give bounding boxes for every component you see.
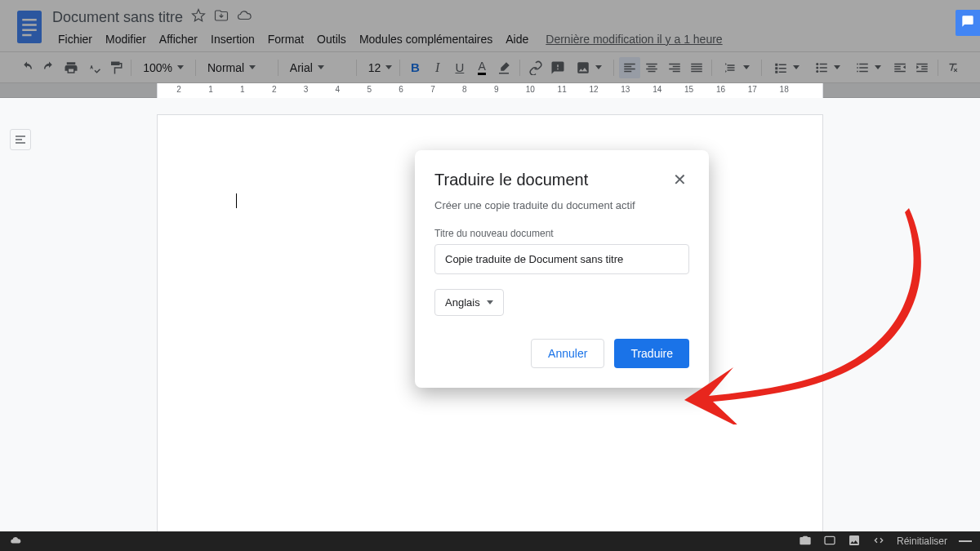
- reset-button[interactable]: Réinitialiser: [897, 535, 947, 547]
- cancel-button[interactable]: Annuler: [531, 339, 604, 368]
- tablet-icon[interactable]: [823, 534, 836, 549]
- language-value: Anglais: [445, 296, 480, 309]
- close-icon[interactable]: ✕: [670, 170, 689, 189]
- camera-icon[interactable]: [799, 534, 812, 549]
- code-icon[interactable]: [872, 534, 885, 549]
- language-select[interactable]: Anglais: [434, 289, 504, 316]
- dialog-subtitle: Créer une copie traduite du document act…: [434, 199, 689, 211]
- dialog-title: Traduire le document: [434, 171, 588, 189]
- comment-panel-icon[interactable]: [956, 10, 980, 36]
- title-input[interactable]: [434, 244, 689, 274]
- image-icon[interactable]: [848, 534, 861, 549]
- text-cursor: [236, 193, 237, 208]
- cloud-icon[interactable]: [8, 535, 23, 549]
- system-footer: Réinitialiser: [0, 531, 980, 551]
- outline-toggle-icon[interactable]: [10, 129, 31, 150]
- chevron-down-icon: [487, 300, 493, 304]
- minimize-icon[interactable]: [959, 540, 972, 542]
- translate-dialog: Traduire le document ✕ Créer une copie t…: [415, 150, 709, 388]
- svg-rect-8: [825, 536, 835, 544]
- title-field-label: Titre du nouveau document: [434, 228, 689, 239]
- translate-button[interactable]: Traduire: [614, 339, 689, 368]
